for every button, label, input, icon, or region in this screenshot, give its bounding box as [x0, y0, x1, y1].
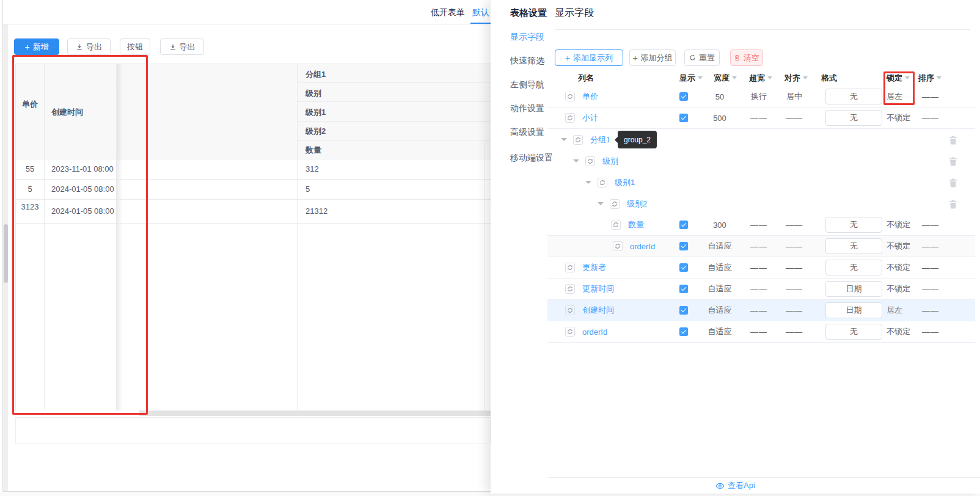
field-row-quantity[interactable]: 数量 300 —— —— 无 不锁定 ——	[547, 214, 975, 236]
visible-checkbox[interactable]	[679, 285, 688, 293]
sort-value[interactable]: ——	[922, 114, 939, 123]
field-name-link[interactable]: 创建时间	[582, 305, 614, 316]
delete-group-icon[interactable]	[948, 178, 958, 188]
filter-caret-icon[interactable]	[905, 76, 910, 79]
swap-icon[interactable]	[610, 199, 620, 209]
visible-checkbox[interactable]	[679, 114, 688, 122]
field-row-orderid[interactable]: orderId 自适应 —— —— 无 不锁定 ——	[547, 321, 975, 343]
collapse-caret-icon[interactable]	[573, 159, 579, 162]
clear-button[interactable]: 清空	[730, 49, 763, 66]
format-select[interactable]: 无	[825, 324, 882, 340]
swap-icon[interactable]	[611, 220, 621, 230]
sidebar-item-left-nav[interactable]: 左侧导航	[510, 79, 544, 90]
overflow-value[interactable]: ——	[740, 221, 777, 230]
swap-icon[interactable]	[585, 156, 595, 166]
sidebar-item-display-fields[interactable]: 显示字段	[510, 32, 544, 43]
sort-value[interactable]: ——	[922, 92, 939, 101]
overflow-value[interactable]: ——	[740, 263, 777, 272]
group-row-level1[interactable]: 级别1	[547, 172, 975, 193]
align-value[interactable]: ——	[776, 242, 813, 251]
width-value[interactable]: 500	[700, 114, 740, 123]
group-name-link[interactable]: 级别2	[627, 199, 647, 210]
sort-value[interactable]: ——	[922, 285, 939, 294]
align-value[interactable]: ——	[776, 327, 813, 337]
format-select[interactable]: 无	[825, 238, 882, 254]
overflow-value[interactable]: ——	[740, 114, 777, 123]
field-name-link[interactable]: orderId	[582, 327, 607, 337]
sort-value[interactable]: ——	[922, 327, 939, 337]
width-value[interactable]: 300	[700, 221, 740, 230]
sidebar-item-advanced-settings[interactable]: 高级设置	[510, 127, 544, 138]
visible-checkbox[interactable]	[679, 327, 688, 336]
header-overflow[interactable]: 超宽	[749, 73, 772, 84]
swap-icon[interactable]	[565, 113, 575, 123]
tab-low-open-form[interactable]: 低开表单	[431, 7, 465, 18]
field-name-link[interactable]: 数量	[628, 219, 644, 230]
table-horizontal-scrollbar[interactable]	[139, 410, 491, 416]
column-header-created[interactable]: 创建时间	[51, 107, 83, 118]
filter-caret-icon[interactable]	[937, 76, 942, 79]
header-lock[interactable]: 锁定	[887, 73, 910, 84]
field-name-link[interactable]: 单价	[582, 91, 598, 102]
format-select[interactable]: 日期	[825, 302, 882, 318]
collapse-caret-icon[interactable]	[598, 202, 604, 205]
group-header-1[interactable]: 分组1	[305, 69, 326, 80]
align-value[interactable]: ——	[776, 114, 813, 123]
group-row-level[interactable]: 级别	[547, 150, 975, 172]
field-row-updater[interactable]: 更新者 自适应 —— —— 无 不锁定 ——	[547, 257, 975, 279]
align-value[interactable]: 居中	[776, 91, 813, 102]
lock-value[interactable]: 不锁定	[887, 241, 910, 252]
export-button-2[interactable]: 导出	[160, 38, 204, 55]
field-name-link[interactable]: 更新者	[582, 262, 606, 273]
export-button[interactable]: 导出	[67, 38, 111, 55]
sort-value[interactable]: ——	[922, 306, 939, 315]
format-select[interactable]: 无	[825, 260, 882, 275]
reset-button[interactable]: 重置	[684, 49, 720, 66]
collapse-caret-icon[interactable]	[585, 181, 591, 184]
field-row-orderid-child[interactable]: orderId 自适应 —— —— 无 不锁定 ——	[547, 236, 975, 257]
overflow-value[interactable]: ——	[740, 306, 777, 315]
swap-icon[interactable]	[565, 305, 575, 315]
lock-value[interactable]: 不锁定	[887, 262, 910, 273]
filter-caret-icon[interactable]	[732, 76, 737, 79]
add-button[interactable]: + 新增	[14, 38, 59, 55]
overflow-value[interactable]: ——	[740, 327, 777, 337]
filter-caret-icon[interactable]	[698, 76, 703, 79]
header-sort[interactable]: 排序	[918, 73, 942, 84]
group-name-link[interactable]: 级别1	[615, 177, 635, 188]
visible-checkbox[interactable]	[679, 263, 688, 272]
page-vertical-scrollbar-thumb[interactable]	[4, 224, 8, 283]
field-row-price[interactable]: 单价 50 换行 居中 无 居左 ——	[547, 86, 975, 108]
overflow-value[interactable]: ——	[740, 285, 777, 294]
header-visible[interactable]: 显示	[679, 73, 703, 84]
header-align[interactable]: 对齐	[784, 73, 808, 84]
overflow-value[interactable]: ——	[740, 242, 777, 251]
lock-value[interactable]: 不锁定	[887, 283, 910, 294]
add-group-button[interactable]: + 添加分组	[629, 49, 676, 66]
field-row-update-time[interactable]: 更新时间 自适应 —— —— 日期 不锁定 ——	[547, 279, 975, 300]
sidebar-item-mobile-settings[interactable]: 移动端设置	[510, 153, 553, 164]
visible-checkbox[interactable]	[679, 92, 688, 101]
collapse-caret-icon[interactable]	[561, 138, 567, 141]
sort-value[interactable]: ——	[922, 242, 939, 251]
format-select[interactable]: 日期	[825, 281, 882, 297]
align-value[interactable]: ——	[776, 263, 813, 272]
width-value[interactable]: 自适应	[700, 305, 740, 316]
delete-group-icon[interactable]	[948, 199, 958, 209]
group-header-3[interactable]: 级别1	[305, 107, 326, 118]
group-header-5[interactable]: 数量	[305, 145, 321, 156]
sidebar-item-action-settings[interactable]: 动作设置	[510, 103, 544, 114]
group-header-4[interactable]: 级别2	[305, 126, 326, 137]
field-name-link[interactable]: 小计	[582, 112, 598, 123]
group-name-link[interactable]: 分组1	[590, 134, 610, 145]
delete-group-icon[interactable]	[948, 156, 958, 166]
group-row-group1[interactable]: 分组1 group_2	[547, 129, 975, 150]
lock-value[interactable]: 居左	[887, 91, 902, 102]
format-select[interactable]: 无	[825, 89, 882, 104]
swap-icon[interactable]	[565, 284, 575, 294]
sort-value[interactable]: ——	[922, 263, 939, 272]
overflow-value[interactable]: 换行	[740, 91, 777, 102]
tab-default[interactable]: 默认	[472, 7, 489, 18]
sidebar-item-quick-filter[interactable]: 快速筛选	[510, 56, 544, 67]
view-api-link[interactable]: 查看Api	[491, 480, 980, 491]
